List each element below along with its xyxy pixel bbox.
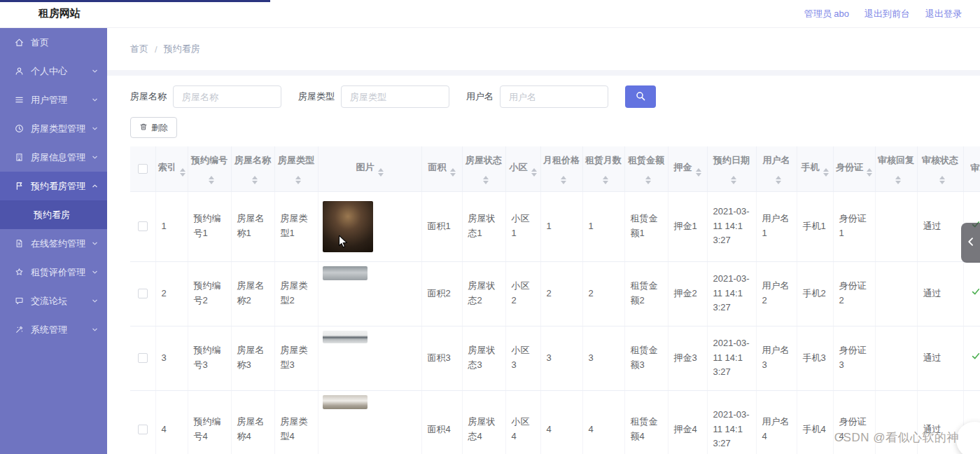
col-header-monthly_rent[interactable]: 月租价格	[540, 146, 582, 191]
col-header-review_status[interactable]: 审核状态	[917, 146, 963, 191]
cell-image	[318, 261, 421, 326]
search-button[interactable]	[625, 85, 656, 108]
sidebar-item-forum[interactable]: 交流论坛	[0, 287, 107, 315]
house-photo[interactable]	[323, 395, 368, 409]
collapse-panel-tab[interactable]	[961, 223, 980, 263]
cell-username: 用户名3	[756, 326, 797, 390]
cell-review_reply	[875, 326, 917, 390]
chevron-down-icon	[91, 240, 99, 247]
house-photo[interactable]	[323, 201, 373, 252]
sort-carets-icon[interactable]	[823, 168, 829, 177]
row-checkbox[interactable]	[138, 289, 148, 298]
breadcrumb-home[interactable]: 首页	[130, 43, 148, 55]
col-header-id_card[interactable]: 身份证	[833, 146, 875, 191]
house-photo[interactable]	[323, 331, 368, 343]
sidebar-item-booking-mgmt[interactable]: 预约看房管理	[0, 172, 107, 200]
approve-check-icon[interactable]	[971, 287, 980, 296]
col-header-area[interactable]: 面积	[421, 146, 462, 191]
sort-carets-icon[interactable]	[378, 168, 384, 177]
col-label: 租赁月数	[585, 155, 622, 165]
delete-button[interactable]: 删除	[130, 117, 177, 138]
cell-review_partial	[963, 326, 980, 390]
cell-house_type: 房屋类型4	[274, 390, 318, 454]
chevron-left-icon	[965, 236, 976, 249]
cell-booking_no: 预约编号3	[188, 326, 231, 390]
cell-house_status: 房屋状态4	[462, 390, 505, 454]
filter-username: 用户名	[466, 85, 608, 108]
header-link-logout[interactable]: 退出登录	[925, 8, 962, 20]
col-header-deposit[interactable]: 押金	[668, 146, 707, 191]
sidebar-item-home[interactable]: 首页	[0, 28, 107, 57]
col-header-username[interactable]: 用户名	[756, 146, 797, 191]
sort-carets-icon[interactable]	[895, 176, 901, 184]
row-checkbox[interactable]	[138, 353, 148, 363]
cell-review_partial	[963, 261, 980, 326]
col-header-review_reply[interactable]: 审核回复	[875, 146, 917, 191]
sidebar-item-review-mgmt[interactable]: 租赁评价管理	[0, 258, 107, 287]
cell-house_name: 房屋名称1	[231, 191, 274, 261]
sort-carets-icon[interactable]	[696, 168, 701, 177]
header-link-exit-front[interactable]: 退出到前台	[864, 8, 910, 20]
col-header-house_type[interactable]: 房屋类型	[274, 146, 318, 191]
cell-rent_months: 2	[582, 261, 624, 326]
col-header-phone[interactable]: 手机	[797, 146, 833, 191]
sidebar-menu: 首页个人中心用户管理房屋类型管理房屋信息管理预约看房管理预约看房在线签约管理租赁…	[0, 28, 107, 344]
house-type-input[interactable]	[341, 85, 449, 108]
sort-carets-icon[interactable]	[180, 168, 186, 177]
col-header-booking_date[interactable]: 预约日期	[707, 146, 756, 191]
col-header-image[interactable]: 图片	[318, 146, 421, 191]
sidebar-item-label: 预约看房管理	[31, 180, 91, 193]
col-header-rent_months[interactable]: 租赁月数	[582, 146, 624, 191]
cell-booking_no: 预约编号1	[188, 191, 231, 261]
row-checkbox[interactable]	[138, 425, 148, 434]
cell-monthly_rent: 1	[540, 191, 582, 261]
sort-carets-icon[interactable]	[450, 168, 456, 177]
sort-carets-icon[interactable]	[867, 168, 872, 177]
house-photo[interactable]	[323, 266, 368, 280]
admin-user-label[interactable]: 管理员 abo	[804, 8, 849, 20]
col-header-community[interactable]: 小区	[505, 146, 540, 191]
col-header-rent_amount[interactable]: 租赁金额	[624, 146, 668, 191]
sidebar-subitem-booking-view[interactable]: 预约看房	[0, 200, 107, 229]
cell-booking_date: 2021-03-11 14:13:27	[707, 326, 756, 390]
row-checkbox[interactable]	[138, 221, 148, 231]
cell-phone: 手机1	[797, 191, 833, 261]
col-label: 用户名	[763, 155, 790, 165]
sort-carets-icon[interactable]	[483, 176, 489, 184]
col-header-house_name[interactable]: 房屋名称	[231, 146, 274, 191]
house-name-input[interactable]	[173, 85, 281, 108]
user-icon	[15, 67, 24, 76]
select-all-checkbox[interactable]	[138, 164, 148, 174]
chevron-down-icon	[91, 96, 99, 104]
col-header-house_status[interactable]: 房屋状态	[462, 146, 505, 191]
cell-booking_date: 2021-03-11 14:13:27	[707, 261, 756, 326]
sort-carets-icon[interactable]	[939, 176, 945, 184]
sidebar-item-system-mgmt[interactable]: 系统管理	[0, 315, 107, 344]
sidebar-item-contract-mgmt[interactable]: 在线签约管理	[0, 229, 107, 258]
clock-icon	[15, 124, 24, 134]
approve-check-icon[interactable]	[971, 351, 980, 361]
sort-carets-icon[interactable]	[731, 176, 736, 184]
sort-carets-icon[interactable]	[209, 176, 214, 184]
sort-carets-icon[interactable]	[295, 176, 301, 184]
col-label: 预约日期	[713, 155, 750, 165]
sidebar-item-house-info-mgmt[interactable]: 房屋信息管理	[0, 143, 107, 172]
sort-carets-icon[interactable]	[603, 176, 608, 184]
col-header-booking_no[interactable]: 预约编号	[188, 146, 231, 191]
sort-carets-icon[interactable]	[561, 176, 566, 184]
sidebar-item-user-mgmt[interactable]: 用户管理	[0, 85, 107, 114]
sort-carets-icon[interactable]	[531, 168, 537, 177]
cell-index: 4	[155, 390, 188, 454]
cell-select	[130, 191, 155, 261]
table-row: 3预约编号3房屋名称3房屋类型3面积3房屋状态3小区333租赁金额3押金3202…	[130, 326, 980, 390]
sort-carets-icon[interactable]	[645, 176, 651, 184]
username-input[interactable]	[500, 85, 608, 108]
cell-rent_months: 3	[582, 326, 624, 390]
sort-carets-icon[interactable]	[776, 176, 781, 184]
sidebar-item-house-type-mgmt[interactable]: 房屋类型管理	[0, 114, 107, 143]
filter-label-house-name: 房屋名称	[130, 90, 167, 103]
cell-select	[130, 326, 155, 390]
sort-carets-icon[interactable]	[252, 176, 258, 184]
col-header-index[interactable]: 索引	[155, 146, 188, 191]
sidebar-item-profile[interactable]: 个人中心	[0, 57, 107, 85]
